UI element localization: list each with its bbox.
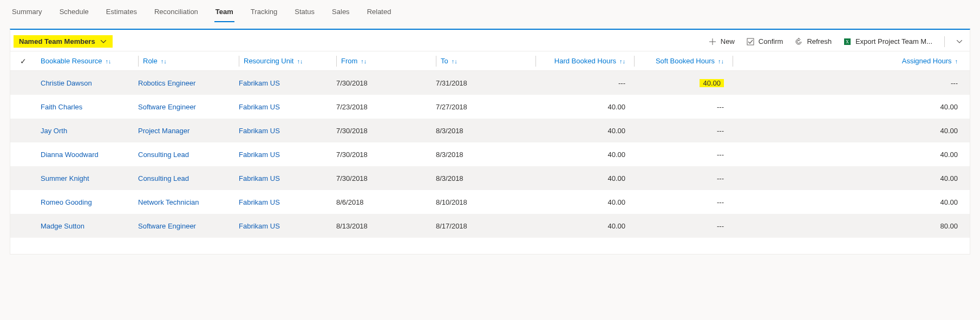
grid-header-row: ✓ Bookable Resource ↑↓ Role ↑↓ Resourcin… [10, 51, 970, 71]
cell-from-value: 7/30/2018 [336, 79, 368, 87]
tab-related[interactable]: Related [366, 4, 393, 22]
cell-unit-value[interactable]: Fabrikam US [239, 198, 280, 206]
grid-body: Christie DawsonRobotics EngineerFabrikam… [10, 71, 970, 238]
cell-role-value[interactable]: Consulting Lead [138, 174, 189, 182]
new-button[interactable]: New [709, 37, 735, 45]
cell-hard-value: 40.00 [607, 151, 625, 159]
cell-assigned: 40.00 [728, 174, 970, 182]
table-row[interactable]: Summer KnightConsulting LeadFabrikam US7… [10, 166, 970, 190]
cell-hard-value: 40.00 [607, 127, 625, 135]
cell-soft-value: --- [717, 103, 724, 111]
cell-unit: Fabrikam US [234, 127, 332, 135]
cell-assigned-value: 40.00 [940, 198, 958, 206]
export-button[interactable]: X Export Project Team M... [844, 37, 932, 45]
more-commands-button[interactable] [957, 40, 964, 43]
col-header-hard-label: Hard Booked Hours [554, 57, 616, 65]
cell-unit-value[interactable]: Fabrikam US [239, 79, 280, 87]
table-row[interactable]: Faith CharlesSoftware EngineerFabrikam U… [10, 95, 970, 119]
cell-from: 7/30/2018 [332, 151, 432, 159]
cell-assigned: 80.00 [728, 222, 970, 230]
cell-role-value[interactable]: Robotics Engineer [138, 79, 195, 87]
cell-to: 7/31/2018 [432, 79, 531, 87]
cell-assigned: 40.00 [728, 151, 970, 159]
table-row[interactable]: Romeo GoodingNetwork TechnicianFabrikam … [10, 190, 970, 214]
excel-icon: X [844, 38, 851, 45]
col-header-soft-label: Soft Booked Hours [656, 57, 715, 65]
cell-resource-value[interactable]: Dianna Woodward [41, 151, 99, 159]
col-header-role[interactable]: Role ↑↓ [138, 56, 167, 67]
cell-to-value: 7/31/2018 [436, 79, 467, 87]
cell-assigned-value: 40.00 [940, 127, 958, 135]
col-header-to[interactable]: To ↑↓ [436, 56, 458, 67]
plus-icon [709, 38, 716, 45]
cell-soft-value: --- [717, 127, 724, 135]
cell-assigned-value: 40.00 [940, 103, 958, 111]
tab-team[interactable]: Team [214, 4, 234, 22]
cell-role-value[interactable]: Network Technician [138, 198, 199, 206]
tab-sales[interactable]: Sales [331, 4, 351, 22]
cell-resource-value[interactable]: Faith Charles [41, 103, 82, 111]
cell-soft-value: --- [717, 222, 724, 230]
tab-summary[interactable]: Summary [11, 4, 43, 22]
cell-hard-value: 40.00 [607, 198, 625, 206]
table-row[interactable]: Christie DawsonRobotics EngineerFabrikam… [10, 71, 970, 95]
col-header-unit[interactable]: Resourcing Unit ↑↓ [239, 56, 303, 67]
cell-unit-value[interactable]: Fabrikam US [239, 151, 280, 159]
table-row[interactable]: Jay OrthProject ManagerFabrikam US7/30/2… [10, 119, 970, 142]
cell-from: 7/30/2018 [332, 79, 432, 87]
subgrid-toolbar: Named Team Members New Confirm [10, 30, 970, 51]
cell-unit-value[interactable]: Fabrikam US [239, 222, 280, 230]
cell-role-value[interactable]: Software Engineer [138, 222, 196, 230]
cell-soft: --- [630, 174, 728, 182]
cell-role: Robotics Engineer [134, 79, 234, 87]
svg-text:X: X [846, 40, 849, 44]
col-header-resource[interactable]: Bookable Resource ↑↓ [41, 56, 111, 67]
team-grid: ✓ Bookable Resource ↑↓ Role ↑↓ Resourcin… [10, 51, 970, 238]
cell-resource-value[interactable]: Jay Orth [41, 127, 67, 135]
toolbar-divider [944, 36, 945, 47]
sort-icon: ↑↓ [452, 58, 458, 64]
cell-resource-value[interactable]: Madge Sutton [41, 222, 84, 230]
table-row[interactable]: Madge SuttonSoftware EngineerFabrikam US… [10, 214, 970, 238]
cell-assigned: 40.00 [728, 103, 970, 111]
new-button-label: New [721, 37, 735, 45]
view-selector[interactable]: Named Team Members [14, 35, 113, 48]
tab-tracking[interactable]: Tracking [250, 4, 278, 22]
cell-to: 8/3/2018 [432, 174, 531, 182]
cell-role-value[interactable]: Consulting Lead [138, 151, 189, 159]
tab-status[interactable]: Status [293, 4, 316, 22]
col-header-resource-label: Bookable Resource [41, 57, 102, 65]
tab-reconciliation[interactable]: Reconciliation [153, 4, 199, 22]
confirm-button[interactable]: Confirm [747, 37, 783, 45]
cell-assigned: 40.00 [728, 127, 970, 135]
col-header-from[interactable]: From ↑↓ [336, 56, 367, 67]
cell-resource-value[interactable]: Christie Dawson [41, 79, 92, 87]
col-header-assigned[interactable]: Assigned Hours ↑ [733, 56, 958, 67]
col-header-from-label: From [341, 57, 357, 65]
cell-role-value[interactable]: Project Manager [138, 127, 190, 135]
cell-unit-value[interactable]: Fabrikam US [239, 174, 280, 182]
sort-icon: ↑↓ [297, 58, 303, 64]
tab-schedule[interactable]: Schedule [58, 4, 90, 22]
col-header-soft[interactable]: Soft Booked Hours ↑↓ [634, 56, 724, 67]
cell-hard: 40.00 [531, 151, 630, 159]
cell-to-value: 8/3/2018 [436, 174, 463, 182]
cell-resource-value[interactable]: Summer Knight [41, 174, 89, 182]
cell-unit-value[interactable]: Fabrikam US [239, 127, 280, 135]
select-all-header[interactable]: ✓ [10, 57, 36, 66]
cell-resource-value[interactable]: Romeo Gooding [41, 198, 92, 206]
cell-role-value[interactable]: Software Engineer [138, 103, 196, 111]
cell-from: 7/30/2018 [332, 127, 432, 135]
cell-soft-value: --- [717, 174, 724, 182]
table-row[interactable]: Dianna WoodwardConsulting LeadFabrikam U… [10, 142, 970, 166]
sort-icon: ↑↓ [361, 58, 367, 64]
tab-estimates[interactable]: Estimates [105, 4, 138, 22]
cell-hard-value: 40.00 [607, 222, 625, 230]
col-header-hard[interactable]: Hard Booked Hours ↑↓ [535, 56, 625, 67]
cell-unit: Fabrikam US [234, 222, 332, 230]
cell-from-value: 8/6/2018 [336, 198, 364, 206]
team-panel: Named Team Members New Confirm [10, 29, 970, 254]
form-tabs: SummaryScheduleEstimatesReconciliationTe… [0, 0, 980, 22]
cell-unit-value[interactable]: Fabrikam US [239, 103, 280, 111]
refresh-button[interactable]: Refresh [795, 37, 832, 45]
